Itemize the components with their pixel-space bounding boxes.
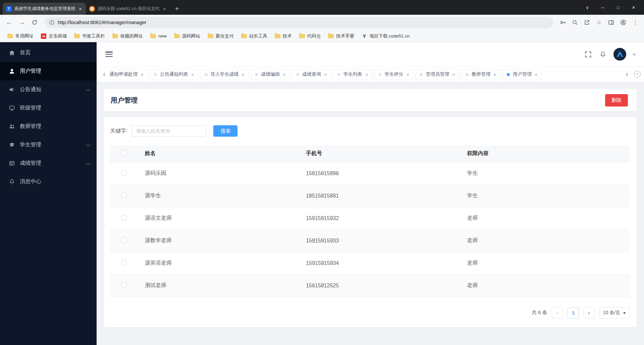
folder-icon (112, 34, 118, 38)
page-tab[interactable]: 成绩查询× (292, 69, 331, 80)
cell-name: 源语文老师 (141, 207, 302, 229)
tab-close-icon[interactable]: × (452, 72, 455, 77)
page-tab[interactable]: 导入学生成绩× (201, 69, 249, 80)
back-button[interactable]: ← (3, 17, 15, 28)
table-row: 源语文老师 15915915932 老师 (110, 207, 630, 229)
sidebar-item-message-center[interactable]: 消息中心 (0, 172, 97, 191)
site-favicon: 源 (89, 6, 95, 12)
sidebar-item-user-management[interactable]: 用户管理 (0, 62, 97, 80)
sidebar-item-teacher-management[interactable]: 教师管理 (0, 117, 97, 136)
user-avatar[interactable] (613, 48, 626, 61)
sidebar-item-student-management[interactable]: 学生管理 (0, 136, 97, 154)
page-tab[interactable]: 成绩编辑× (251, 69, 290, 80)
bookmark-item[interactable]: 书签工具栏 (71, 32, 108, 41)
refresh-button[interactable] (29, 17, 40, 28)
prev-page-button[interactable]: ‹ (552, 307, 563, 319)
forward-button[interactable]: → (16, 17, 28, 28)
current-page-button[interactable]: 1 (568, 307, 579, 319)
page-tab[interactable]: 教师管理× (462, 69, 500, 80)
search-button[interactable]: 搜索 (213, 125, 237, 137)
tab-close-icon[interactable]: × (324, 72, 327, 77)
window-close-button[interactable]: ✕ (626, 1, 641, 13)
sidebar-item-home[interactable]: 首页 (0, 44, 97, 62)
bookmark-item[interactable]: Y项目下载:code51.cn (359, 32, 412, 41)
tab-dot-icon (296, 73, 299, 76)
browser-tab-inactive[interactable]: 源 源码乐园 code51.cn-项目论文代 × (86, 3, 170, 15)
tab-close-icon[interactable]: × (493, 72, 496, 77)
address-bar[interactable]: http://localhost:8081/#/manager/manager (44, 17, 553, 28)
sidebar-item-grade-management[interactable]: 成绩管理 (0, 154, 97, 172)
hamburger-menu-button[interactable] (105, 52, 113, 57)
page-tab[interactable]: 公告通知列表× (150, 69, 198, 80)
sidebar-item-announcements[interactable]: 公告通知 (0, 80, 97, 99)
cell-phone: 15815815896 (302, 162, 463, 185)
name-search-input[interactable] (131, 125, 206, 137)
page-tab-label: 成绩编辑 (261, 71, 280, 77)
bookmark-item[interactable]: new (148, 32, 169, 40)
close-all-tabs-icon[interactable]: × (634, 71, 641, 78)
row-checkbox[interactable] (121, 215, 127, 220)
bookmark-item[interactable]: JD京东商城 (38, 32, 69, 41)
row-checkbox[interactable] (121, 237, 127, 243)
tab-close-icon[interactable]: × (535, 72, 538, 77)
page-tab-active[interactable]: 用户管理× (503, 69, 542, 80)
page-tab[interactable]: 通知申请处理× (109, 69, 148, 80)
tabs-scroll-left-button[interactable]: ‹ (100, 70, 109, 79)
tab-close-icon[interactable]: × (407, 72, 410, 77)
bookmark-item[interactable]: 源码网站 (171, 32, 203, 41)
bookmark-item[interactable]: 代码仓 (297, 32, 324, 41)
bookmark-item[interactable]: 技术手册 (325, 32, 357, 41)
notification-bell-icon[interactable] (599, 50, 607, 58)
split-view-icon[interactable] (606, 17, 616, 28)
sidebar-item-class-management[interactable]: 班级管理 (0, 99, 97, 117)
tabs-scroll-right-button[interactable]: › (623, 70, 631, 79)
bookmark-item[interactable]: 常用网址 (5, 32, 36, 41)
folder-icon (150, 34, 156, 38)
profile-icon[interactable] (618, 17, 629, 28)
tab-close-icon[interactable]: × (242, 72, 245, 77)
page-tab[interactable]: 学生评分× (375, 69, 414, 80)
cell-name: 源数学老师 (141, 229, 302, 252)
bookmark-item[interactable]: 聚合支付 (205, 32, 236, 41)
delete-button[interactable]: 删除 (605, 94, 628, 107)
window-maximize-button[interactable]: □ (610, 1, 626, 13)
tab-close-icon[interactable]: × (141, 72, 144, 77)
tab-close-icon[interactable]: × (283, 72, 286, 77)
tab-search-icon[interactable]: ∨ (580, 1, 595, 13)
bookmark-label: 源码网站 (182, 33, 200, 39)
tab-close-icon[interactable]: × (191, 72, 194, 77)
bookmark-star-icon[interactable]: ☆ (594, 17, 604, 28)
tab-close-icon[interactable]: × (78, 6, 83, 12)
row-checkbox[interactable] (121, 282, 127, 288)
select-all-checkbox[interactable] (121, 150, 127, 156)
fullscreen-icon[interactable] (584, 50, 592, 58)
avatar-caret-icon[interactable]: ▾ (633, 52, 635, 57)
zoom-icon[interactable] (570, 17, 580, 28)
students-icon (9, 142, 15, 148)
page-tab[interactable]: 管理员管理× (416, 69, 459, 80)
bookmark-item[interactable]: 站长工具 (238, 32, 270, 41)
page-size-value: 10 条/页 (603, 310, 620, 316)
browser-menu-icon[interactable]: ⋮ (630, 17, 641, 28)
new-tab-button[interactable]: + (172, 4, 182, 14)
password-key-icon[interactable] (557, 17, 568, 28)
cell-name: 源学生 (141, 185, 302, 207)
next-page-button[interactable]: › (583, 307, 595, 319)
bookmark-item[interactable]: 技术 (272, 32, 294, 41)
row-checkbox[interactable] (121, 260, 127, 265)
browser-tab-active[interactable]: T 高校学生成绩教务信息管理系统 × (3, 3, 86, 15)
tab-close-icon[interactable]: × (365, 72, 368, 77)
share-icon[interactable] (582, 17, 592, 28)
row-checkbox[interactable] (121, 193, 127, 198)
page-tabs: 通知申请处理× 公告通知列表× 导入学生成绩× 成绩编辑× 成绩查询× 学生列表… (109, 69, 623, 80)
bookmark-item[interactable]: 收藏的网址 (110, 32, 146, 41)
folder-icon (275, 34, 280, 38)
bookmark-label: 聚合支付 (216, 33, 234, 39)
site-info-icon[interactable] (49, 20, 54, 25)
page-size-select[interactable]: 10 条/页 ▾ (599, 307, 630, 319)
window-minimize-button[interactable]: ─ (595, 1, 610, 13)
row-checkbox[interactable] (121, 170, 127, 176)
page-tab[interactable]: 学生列表× (333, 69, 372, 80)
table-card: 关键字: 搜索 姓名 手机号 权限内容 (104, 117, 637, 327)
tab-close-icon[interactable]: × (162, 6, 167, 12)
